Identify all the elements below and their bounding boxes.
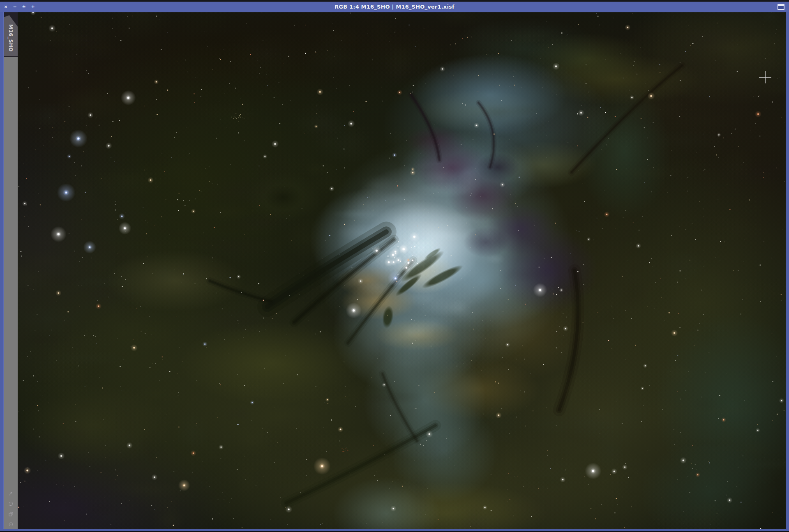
titlebar-left-controls: × − ± + (4, 2, 35, 12)
pointer-tool-icon[interactable] (7, 490, 14, 497)
window-title: RGB 1:4 M16_SHO | M16_SHO_ver1.xisf (0, 4, 789, 10)
view-tab-label: M16_SHO (4, 20, 18, 56)
window-border-right (786, 12, 789, 531)
window-border-left (0, 12, 4, 531)
window-titlebar[interactable]: × − ± + RGB 1:4 M16_SHO | M16_SHO_ver1.x… (0, 2, 789, 12)
maximize-restore-icon[interactable] (777, 4, 784, 10)
selection-tool-icon[interactable] (7, 500, 14, 507)
close-icon[interactable]: × (4, 2, 8, 12)
image-canvas-area[interactable] (18, 12, 786, 529)
titlebar-right-controls (777, 2, 784, 12)
preview-mode-icon[interactable] (7, 521, 14, 527)
nebula-image-canvas[interactable] (18, 12, 786, 529)
shade-icon[interactable]: − (13, 2, 17, 12)
view-selector-panel: M16_SHO (4, 12, 18, 529)
zoom-icon[interactable]: + (31, 2, 35, 12)
duplicate-view-icon[interactable] (7, 511, 14, 517)
iconize-icon[interactable]: ± (22, 2, 26, 12)
view-mode-toolbar (4, 490, 18, 527)
